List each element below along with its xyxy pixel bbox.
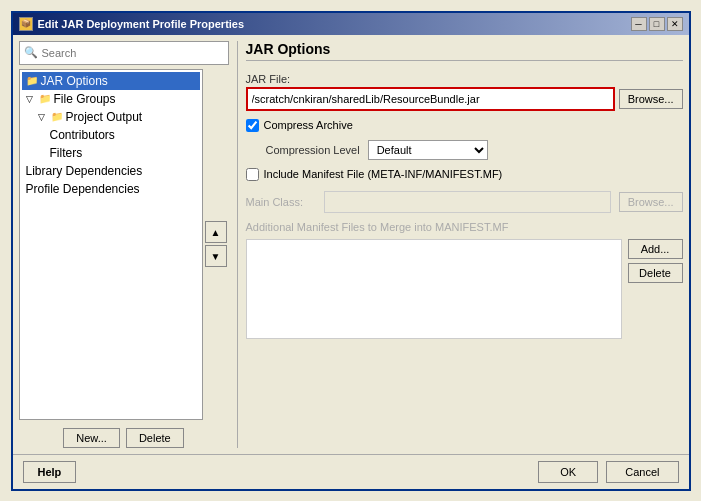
- include-manifest-label: Include Manifest File (META-INF/MANIFEST…: [264, 168, 503, 180]
- tree-item-label: File Groups: [54, 92, 116, 106]
- tree-item-label: Filters: [50, 146, 83, 160]
- tree-item-project-output[interactable]: ▽ 📁 Project Output: [22, 108, 200, 126]
- dialog-title: Edit JAR Deployment Profile Properties: [38, 18, 245, 30]
- bottom-right-buttons: OK Cancel: [538, 461, 678, 483]
- jar-icon: 📦: [19, 17, 33, 31]
- manifest-files-area: Add... Delete: [246, 239, 683, 339]
- additional-manifest-label: Additional Manifest Files to Merge into …: [246, 221, 683, 233]
- title-bar-left: 📦 Edit JAR Deployment Profile Properties: [19, 17, 245, 31]
- dialog-body: 🔍 📁 JAR Options ▽ 📁 File Groups: [13, 35, 689, 454]
- add-button[interactable]: Add...: [628, 239, 683, 259]
- compression-level-label: Compression Level: [266, 144, 360, 156]
- new-button[interactable]: New...: [63, 428, 120, 448]
- left-inner: 📁 JAR Options ▽ 📁 File Groups ▽ 📁 Projec…: [19, 69, 229, 420]
- dialog: 📦 Edit JAR Deployment Profile Properties…: [11, 11, 691, 491]
- include-manifest-row: Include Manifest File (META-INF/MANIFEST…: [246, 168, 683, 181]
- left-bottom-buttons: New... Delete: [19, 424, 229, 448]
- include-manifest-checkbox[interactable]: [246, 168, 259, 181]
- compress-archive-row: Compress Archive: [246, 119, 683, 132]
- main-class-input: [324, 191, 611, 213]
- tree-item-file-groups[interactable]: ▽ 📁 File Groups: [22, 90, 200, 108]
- tree-panel: 📁 JAR Options ▽ 📁 File Groups ▽ 📁 Projec…: [19, 69, 203, 420]
- nav-up-button[interactable]: ▲: [205, 221, 227, 243]
- ok-button[interactable]: OK: [538, 461, 598, 483]
- compress-archive-label: Compress Archive: [264, 119, 353, 131]
- expand-icon: ▽: [26, 94, 36, 104]
- tree-item-contributors[interactable]: Contributors: [22, 126, 200, 144]
- nav-down-button[interactable]: ▼: [205, 245, 227, 267]
- tree-item-label: Library Dependencies: [26, 164, 143, 178]
- section-title: JAR Options: [246, 41, 683, 61]
- main-class-row: Main Class: Browse...: [246, 191, 683, 213]
- bottom-bar: Help OK Cancel: [13, 454, 689, 489]
- folder-icon: 📁: [39, 93, 51, 104]
- folder-icon: 📁: [51, 111, 63, 122]
- jar-file-input[interactable]: [246, 87, 615, 111]
- jar-file-field: JAR File: Browse...: [246, 73, 683, 111]
- minimize-button[interactable]: ─: [631, 17, 647, 31]
- search-box: 🔍: [19, 41, 229, 65]
- jar-browse-button[interactable]: Browse...: [619, 89, 683, 109]
- search-icon: 🔍: [24, 46, 38, 59]
- file-row: Browse...: [246, 87, 683, 111]
- nav-arrows: ▲ ▼: [203, 69, 229, 420]
- expand-icon: ▽: [38, 112, 48, 122]
- tree-item-filters[interactable]: Filters: [22, 144, 200, 162]
- manifest-section: Main Class: Browse... Additional Manifes…: [246, 191, 683, 339]
- compress-archive-checkbox[interactable]: [246, 119, 259, 132]
- main-class-browse-button: Browse...: [619, 192, 683, 212]
- search-input[interactable]: [42, 47, 224, 59]
- compression-level-row: Compression Level Default Best Speed Bes…: [266, 140, 683, 160]
- jar-file-label: JAR File:: [246, 73, 683, 85]
- maximize-button[interactable]: □: [649, 17, 665, 31]
- cancel-button[interactable]: Cancel: [606, 461, 678, 483]
- tree-item-label: Project Output: [66, 110, 143, 124]
- tree-item-label: Profile Dependencies: [26, 182, 140, 196]
- delete-button[interactable]: Delete: [126, 428, 184, 448]
- tree-item-jar-options[interactable]: 📁 JAR Options: [22, 72, 200, 90]
- manifest-list: [246, 239, 622, 339]
- tree-item-profile-dependencies[interactable]: Profile Dependencies: [22, 180, 200, 198]
- main-class-label: Main Class:: [246, 196, 316, 208]
- compression-level-select[interactable]: Default Best Speed Best Compression No C…: [368, 140, 488, 160]
- title-bar: 📦 Edit JAR Deployment Profile Properties…: [13, 13, 689, 35]
- close-button[interactable]: ✕: [667, 17, 683, 31]
- right-panel: JAR Options JAR File: Browse... Compress…: [246, 41, 683, 448]
- folder-icon: 📁: [26, 75, 38, 86]
- tree-item-library-dependencies[interactable]: Library Dependencies: [22, 162, 200, 180]
- manifest-delete-button[interactable]: Delete: [628, 263, 683, 283]
- help-button[interactable]: Help: [23, 461, 77, 483]
- tree-item-label: JAR Options: [41, 74, 108, 88]
- vertical-divider: [237, 41, 238, 448]
- left-panel: 🔍 📁 JAR Options ▽ 📁 File Groups: [19, 41, 229, 448]
- tree-item-label: Contributors: [50, 128, 115, 142]
- title-buttons: ─ □ ✕: [631, 17, 683, 31]
- manifest-list-buttons: Add... Delete: [628, 239, 683, 339]
